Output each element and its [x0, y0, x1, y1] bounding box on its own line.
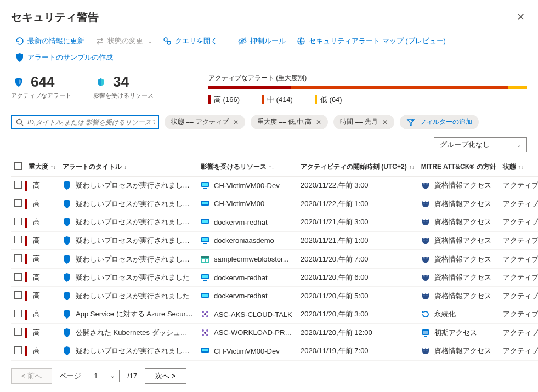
pager: < 前へ ページ 1⌄ /17 次へ > [11, 368, 527, 384]
row-checkbox[interactable] [14, 291, 22, 299]
swap-icon [95, 37, 104, 46]
row-checkbox[interactable] [14, 346, 22, 354]
alert-state: アクティブ [500, 287, 539, 305]
select-all-checkbox[interactable] [14, 162, 22, 170]
mitre-tactic: 資格情報アクセス [434, 199, 491, 209]
row-checkbox[interactable] [14, 328, 22, 336]
alert-title: App Service に対する Azure Security Ce... [76, 309, 194, 319]
query-icon [163, 37, 172, 46]
legend-low[interactable]: 低 (64) [315, 95, 342, 105]
search-input[interactable] [27, 118, 155, 126]
swatch-yellow [315, 95, 317, 104]
open-query-button[interactable]: クエリを開く [158, 34, 222, 48]
mitre-icon [421, 236, 430, 245]
refresh-button[interactable]: 最新の情報に更新 [11, 34, 89, 48]
severity-text: 高 [33, 254, 40, 263]
table-row[interactable]: 高 疑わしいプロセスが実行されました [複数 ... dockeroniaasd… [11, 231, 538, 250]
filter-time[interactable]: 時間 == 先月✕ [333, 115, 394, 129]
page-select[interactable]: 1⌄ [89, 370, 120, 382]
legend-high[interactable]: 高 (166) [208, 95, 240, 105]
row-checkbox[interactable] [14, 181, 22, 189]
table-row[interactable]: 高 疑わしいプロセスが実行されました dockervm-redhat 2020/… [11, 287, 538, 305]
chevron-down-icon: ⌄ [110, 373, 115, 379]
table-row[interactable]: 高 疑わしいプロセスが実行されました [複数 ... dockervm-redh… [11, 213, 538, 232]
shield-icon [63, 310, 71, 319]
col-mitre[interactable]: MITRE ATT&CK® の方針 [418, 158, 500, 177]
resource-icon [201, 292, 209, 300]
page-title: セキュリティ警告 [11, 10, 99, 25]
open-query-label: クエリを開く [175, 36, 218, 46]
filter-add-icon [406, 118, 415, 127]
alert-state: アクティブ [500, 323, 539, 342]
col-title[interactable]: アラートのタイトル↓ [59, 158, 197, 177]
cube-icon [93, 75, 109, 90]
severity-indicator [25, 181, 27, 191]
legend-medium[interactable]: 中 (414) [262, 95, 293, 105]
shield-icon [63, 200, 71, 208]
suppression-button[interactable]: 抑制ルール [234, 34, 290, 48]
separator [228, 37, 228, 46]
col-state[interactable]: 状態↑↓ [500, 158, 539, 177]
row-checkbox[interactable] [14, 199, 22, 207]
row-checkbox[interactable] [14, 273, 22, 281]
table-row[interactable]: 高 App Service に対する Azure Security Ce... … [11, 305, 538, 323]
prev-button[interactable]: < 前へ [11, 368, 52, 384]
mitre-icon [421, 346, 430, 355]
mitre-tactic: 資格情報アクセス [434, 291, 491, 301]
table-row[interactable]: 高 疑わしいプロセスが実行されました [複数 ... CH-VictimVM00… [11, 342, 538, 361]
filter-severity[interactable]: 重大度 == 低,中,高✕ [251, 115, 328, 129]
alert-state: アクティブ [500, 305, 539, 323]
table-row[interactable]: 高 疑わしいプロセスが実行されました [複数 ... CH-VictimVM00… [11, 195, 538, 213]
create-sample-label: アラートのサンプルの作成 [27, 53, 113, 63]
alert-title: 疑わしいプロセスが実行されました [76, 291, 190, 301]
resource-name: dockervm-redhat [214, 274, 268, 282]
alerts-table: 重大度↑↓ アラートのタイトル↓ 影響を受けるリソース↑↓ アクティビティの開始… [11, 158, 538, 361]
activity-time: 2020/11/22,午前 1:00 [297, 195, 418, 213]
row-checkbox[interactable] [14, 218, 22, 225]
resource-icon [201, 218, 209, 226]
mitre-tactic: 永続化 [434, 309, 456, 319]
mitre-tactic: 初期アクセス [434, 328, 477, 338]
table-row[interactable]: 高 公開された Kubernetes ダッシュボードが検... ASC-WORK… [11, 323, 538, 342]
mitre-icon [421, 218, 430, 226]
add-filter-button[interactable]: フィルターの追加 [400, 115, 479, 129]
search-box[interactable] [11, 115, 159, 129]
row-checkbox[interactable] [14, 310, 22, 317]
remove-filter-icon[interactable]: ✕ [233, 118, 239, 126]
activity-time: 2020/11/20,午前 5:00 [297, 287, 418, 305]
severity-title: アクティブなアラート (重大度別) [208, 73, 527, 83]
row-checkbox[interactable] [14, 236, 22, 243]
alert-state: アクティブ [500, 231, 539, 250]
alert-map-button[interactable]: セキュリティアラート マップ (プレビュー) [292, 34, 450, 48]
activity-time: 2020/11/21,午前 3:00 [297, 213, 418, 232]
mitre-icon [421, 181, 430, 190]
col-time[interactable]: アクティビティの開始時刻 (UTC+2)↑↓ [297, 158, 418, 177]
remove-filter-icon[interactable]: ✕ [382, 118, 388, 126]
severity-text: 高 [33, 273, 40, 281]
severity-text: 高 [33, 181, 40, 189]
change-state-button[interactable]: 状態の変更 ⌄ [91, 34, 156, 48]
shield-icon [63, 236, 71, 245]
close-button[interactable]: ✕ [514, 9, 527, 25]
resource-icon [201, 346, 209, 355]
severity-text: 高 [33, 200, 40, 208]
activity-time: 2020/11/20,午前 3:00 [297, 305, 418, 323]
shield-icon [63, 218, 71, 226]
remove-filter-icon[interactable]: ✕ [316, 118, 321, 126]
table-row[interactable]: 高 疑わしいプロセスが実行されました [複数 ... CH-VictimVM00… [11, 177, 538, 195]
severity-text: 高 [33, 291, 40, 299]
table-row[interactable]: 高 疑わしいプロセスが実行されました dockervm-redhat 2020/… [11, 268, 538, 287]
alert-title: 疑わしいプロセスが実行されました [複数 ... [76, 254, 194, 264]
create-sample-button[interactable]: アラートのサンプルの作成 [11, 50, 117, 65]
group-by-select[interactable]: グループ化なし ⌄ [434, 137, 527, 152]
severity-low-seg [508, 86, 527, 89]
alert-title: 公開された Kubernetes ダッシュボードが検... [76, 328, 194, 338]
col-severity[interactable]: 重大度↑↓ [25, 158, 59, 177]
filter-state[interactable]: 状態 == アクティブ✕ [165, 115, 245, 129]
table-row[interactable]: 高 疑わしいプロセスが実行されました [複数 ... samplecrmwebl… [11, 250, 538, 269]
row-checkbox[interactable] [14, 254, 22, 262]
shield-icon [63, 255, 71, 264]
mitre-icon [421, 310, 430, 319]
next-button[interactable]: 次へ > [145, 368, 186, 384]
col-resource[interactable]: 影響を受けるリソース↑↓ [197, 158, 297, 177]
